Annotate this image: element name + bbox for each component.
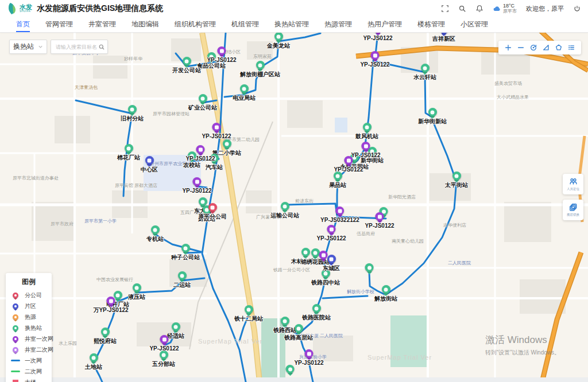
nav-tab[interactable]: 热用户管理 [368, 17, 402, 32]
marker-label: 吉祥新区 [432, 36, 455, 42]
chevron-down-icon [38, 44, 43, 49]
area-button[interactable] [552, 41, 565, 54]
legend-line-icon [11, 371, 20, 372]
nav-tab[interactable]: 管网管理 [45, 17, 73, 32]
map-marker-well[interactable]: YP-JS0122 [294, 349, 323, 366]
nav-tab[interactable]: 地图编辑 [131, 17, 159, 32]
search-input[interactable] [55, 44, 98, 50]
marker-label: 土地站 [85, 364, 102, 370]
map-marker-well[interactable]: YP-JS0122 [365, 212, 394, 229]
search-submit-icon[interactable] [98, 44, 105, 50]
nav-tab[interactable]: 热源管理 [324, 17, 352, 32]
map-marker-station[interactable]: 棉花厂站 [117, 144, 140, 161]
map-canvas[interactable]: 原平实验中学妙样年华团结小区东明家苑天津童汤包原平市园林管理站原平市第二幼儿园忻… [0, 33, 588, 382]
zoom-out-button[interactable] [514, 41, 527, 54]
station-pin-icon [334, 171, 342, 180]
well-pin-icon [345, 156, 353, 165]
map-marker-station[interactable]: 铁路医院站 [302, 304, 331, 321]
logout-icon[interactable] [573, 5, 581, 13]
fullscreen-icon[interactable] [441, 5, 449, 13]
marker-label: 鼓风机站 [355, 134, 378, 139]
marker-label: 种子公司站 [171, 255, 200, 260]
zoom-in-button[interactable] [502, 41, 514, 54]
map-marker-station[interactable]: 新华街新站 [418, 108, 447, 124]
station-pin-icon [223, 139, 231, 148]
map-marker-well[interactable]: YP-JS0122 [207, 46, 236, 63]
map-marker-well[interactable]: YP-JS0122 [182, 177, 211, 194]
map-marker-well[interactable]: YP-JS0122 [202, 123, 231, 139]
people-tool-button[interactable]: 人员定位 [563, 174, 583, 194]
bell-icon[interactable] [475, 5, 483, 13]
logo-text-en: SHUIFA [20, 10, 32, 13]
marker-label: 熙悦府站 [94, 338, 117, 344]
marker-label: 二运站 [173, 282, 191, 288]
station-type-value: 换热站 [13, 42, 34, 52]
map-marker-station[interactable]: 运输公司站 [270, 202, 299, 219]
map-marker-station[interactable]: 太平街站 [445, 171, 468, 188]
marker-label: 解放街站 [374, 296, 397, 302]
map-marker-well[interactable]: YP-JS0122 [185, 145, 215, 162]
map-marker-station[interactable]: 铁路高层站 [284, 324, 313, 341]
area-pin-icon [440, 33, 448, 34]
map-marker-station[interactable]: 铁十二局站 [234, 305, 263, 322]
area-pin-icon [145, 156, 154, 165]
marker-label: 原平分公司 [198, 214, 227, 220]
station-pin-icon [128, 105, 137, 114]
legend-pin-icon [13, 336, 18, 342]
map-marker-station[interactable]: 二运站 [173, 271, 191, 288]
map-marker-station[interactable]: 旧村分站 [121, 105, 144, 122]
nav-tab[interactable]: 井室管理 [88, 17, 116, 32]
weather-widget: 18°C 原平市 [493, 3, 517, 14]
map-marker-station[interactable]: 水云轩站 [413, 64, 436, 80]
map-marker-well[interactable]: YP-JS0322122 [320, 206, 359, 223]
map-marker-area[interactable]: 中心区 [141, 156, 158, 173]
station-pin-icon [90, 353, 98, 362]
map-marker-station[interactable]: 解放街站 [374, 285, 397, 302]
map-marker-station[interactable] [365, 263, 374, 272]
map-marker-station[interactable]: 熙悦府站 [94, 328, 117, 344]
reset-button[interactable] [527, 41, 540, 54]
map-marker-station[interactable]: 五分部站 [152, 350, 175, 367]
nav-tab[interactable]: 换热站管理 [274, 17, 309, 32]
marker-label: 汽车站 [206, 165, 223, 170]
map-marker-well[interactable]: YP-JS0122 [316, 225, 346, 241]
marker-label: 开发公司站 [172, 68, 201, 73]
map-marker-station[interactable]: 专机站 [146, 225, 164, 242]
map-marker-station[interactable] [286, 365, 295, 373]
map-marker-station[interactable]: 铁路四中站 [311, 269, 340, 286]
map-marker-station[interactable]: 果品站 [329, 171, 346, 188]
well-pin-icon [212, 123, 221, 131]
map-marker-area[interactable]: 吉祥新区 [432, 33, 455, 42]
map-marker-branch[interactable]: 原平分公司 [198, 203, 227, 220]
map-marker-station[interactable]: 土地站 [85, 353, 102, 370]
layers-tool-button[interactable]: 图层切换 [563, 200, 583, 220]
search-icon[interactable] [458, 5, 466, 13]
map-marker-well[interactable]: YP-JS0122 [334, 156, 363, 173]
reset-icon [529, 44, 537, 52]
map-marker-station[interactable]: 电业局站 [233, 84, 256, 101]
map-marker-station[interactable]: 开发公司站 [172, 57, 201, 73]
legend-pin-icon [13, 303, 18, 309]
map-marker-station[interactable]: 液压站 [128, 283, 145, 300]
map-marker-area[interactable]: 东城区 [323, 255, 340, 271]
station-type-select[interactable]: 换热站 [9, 40, 47, 54]
marker-label: 食品公司站 [197, 63, 226, 69]
map-marker-well[interactable]: YP-JS0122 [149, 335, 179, 352]
map-marker-station[interactable]: 金美龙站 [267, 33, 290, 49]
map-marker-well[interactable]: YP-JS0122 [363, 33, 392, 41]
layer-list-button[interactable] [565, 41, 578, 54]
map-marker-station[interactable]: 矿业公司站 [188, 94, 217, 111]
map-marker-station[interactable]: 种子公司站 [171, 244, 200, 260]
map-marker-well[interactable]: YP-JS0122 [360, 51, 389, 68]
map-marker-well[interactable]: 万YP-JS0122 [93, 297, 128, 313]
nav-tab[interactable]: 小区管理 [461, 17, 488, 32]
nav-tab[interactable]: 机组管理 [231, 17, 259, 32]
marker-label: YP-JS0122 [185, 156, 215, 162]
map-marker-station[interactable]: 鼓风机站 [355, 123, 378, 139]
measure-button[interactable] [540, 41, 552, 54]
nav-tab[interactable]: 首页 [16, 17, 30, 32]
map-marker-station[interactable]: 解放街棚户区站 [240, 61, 280, 77]
brand-logo: 水发 SHUIFA [7, 2, 32, 15]
nav-tab[interactable]: 组织机构管理 [175, 17, 216, 32]
nav-tab[interactable]: 楼栋管理 [417, 17, 445, 32]
